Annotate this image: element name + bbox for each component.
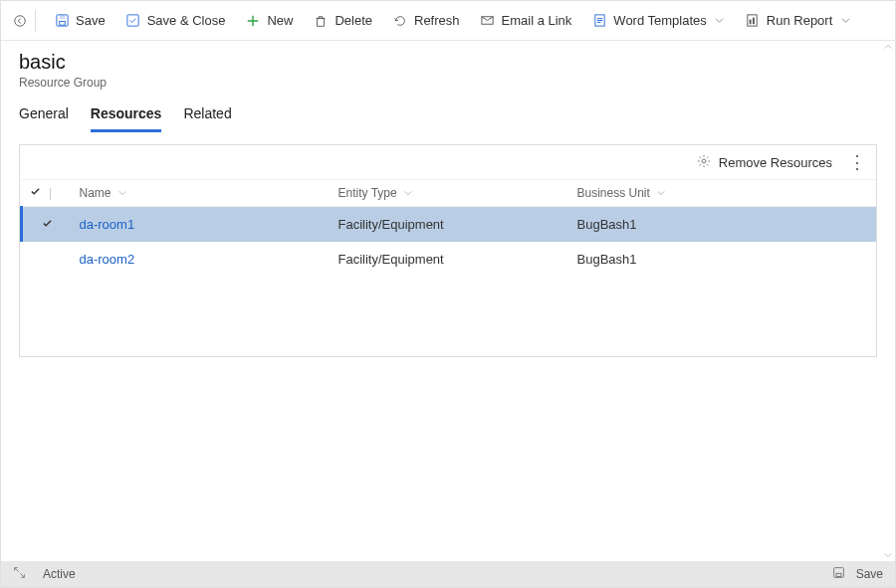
svg-rect-8 xyxy=(748,15,757,26)
column-header-name[interactable]: Name xyxy=(72,180,331,207)
grid-row[interactable]: da-room2 Facility/Equipment BugBash1 xyxy=(22,242,877,277)
refresh-icon xyxy=(392,13,408,29)
svg-rect-13 xyxy=(836,573,841,576)
cell-entity-type: Facility/Equipment xyxy=(331,242,569,277)
back-icon[interactable] xyxy=(11,14,29,28)
svg-rect-3 xyxy=(59,21,65,25)
svg-rect-2 xyxy=(59,15,65,19)
record-entity-label: Resource Group xyxy=(19,76,877,90)
cell-business-unit: BugBash1 xyxy=(569,242,877,277)
tabstrip: General Resources Related xyxy=(1,94,895,132)
word-templates-label: Word Templates xyxy=(613,13,706,28)
chevron-down-icon xyxy=(715,16,725,26)
vertical-scrollbar[interactable] xyxy=(883,41,893,561)
footer-save-label: Save xyxy=(856,567,883,581)
record-title: basic xyxy=(19,51,877,74)
plus-icon xyxy=(245,13,261,29)
column-header-entity-type[interactable]: Entity Type xyxy=(331,180,569,207)
new-button[interactable]: New xyxy=(237,9,301,33)
record-header: basic Resource Group xyxy=(1,41,895,94)
report-icon xyxy=(745,13,761,29)
email-link-button[interactable]: Email a Link xyxy=(472,9,580,33)
remove-resources-label: Remove Resources xyxy=(719,155,832,170)
svg-point-0 xyxy=(15,15,26,26)
expand-icon[interactable] xyxy=(13,566,29,582)
refresh-label: Refresh xyxy=(414,13,460,28)
save-button[interactable]: Save xyxy=(46,9,113,33)
delete-button[interactable]: Delete xyxy=(305,9,380,33)
gear-icon xyxy=(697,154,711,171)
chevron-down-icon xyxy=(840,16,850,26)
email-label: Email a Link xyxy=(502,13,572,28)
svg-rect-10 xyxy=(753,18,755,25)
save-icon xyxy=(54,13,70,29)
run-report-label: Run Report xyxy=(767,13,832,28)
more-commands-button[interactable]: ⋮ xyxy=(848,153,866,171)
save-close-label: Save & Close xyxy=(147,13,226,28)
cell-name[interactable]: da-room2 xyxy=(72,242,331,277)
svg-rect-9 xyxy=(750,20,752,25)
footer-save-button[interactable]: Save xyxy=(832,566,883,582)
refresh-button[interactable]: Refresh xyxy=(384,9,468,33)
column-header-business-unit[interactable]: Business Unit xyxy=(569,180,877,207)
select-all-header[interactable] xyxy=(22,180,72,207)
new-label: New xyxy=(267,13,293,28)
save-and-close-button[interactable]: Save & Close xyxy=(117,9,234,33)
chevron-down-icon xyxy=(404,189,414,199)
svg-rect-5 xyxy=(318,18,325,26)
cell-name[interactable]: da-room1 xyxy=(72,207,331,243)
check-icon xyxy=(30,186,44,200)
save-close-icon xyxy=(125,13,141,29)
save-icon xyxy=(832,566,848,582)
command-bar: Save Save & Close New Delete Refresh xyxy=(1,1,895,41)
cell-business-unit: BugBash1 xyxy=(569,207,877,243)
word-templates-button[interactable]: Word Templates xyxy=(583,9,732,33)
chevron-down-icon xyxy=(657,189,667,199)
scroll-down-icon[interactable] xyxy=(883,549,893,561)
delete-label: Delete xyxy=(335,13,372,28)
content-area: basic Resource Group General Resources R… xyxy=(1,41,895,561)
svg-rect-12 xyxy=(833,568,843,578)
resources-subgrid: Remove Resources ⋮ xyxy=(19,144,877,357)
trash-icon xyxy=(313,13,329,29)
scroll-up-icon[interactable] xyxy=(883,41,893,53)
toolbar-separator xyxy=(35,10,36,32)
check-icon xyxy=(42,217,53,232)
word-icon xyxy=(591,13,607,29)
email-icon xyxy=(480,13,496,29)
svg-rect-4 xyxy=(127,15,138,26)
remove-resources-button[interactable]: Remove Resources xyxy=(697,154,832,171)
chevron-down-icon xyxy=(118,189,128,199)
grid-header-row: Name Entity Type Business Unit xyxy=(22,180,877,207)
status-text: Active xyxy=(43,567,76,581)
resources-grid: Name Entity Type Business Unit xyxy=(20,179,876,277)
cell-entity-type: Facility/Equipment xyxy=(331,207,569,243)
svg-point-11 xyxy=(702,159,706,163)
grid-row[interactable]: da-room1 Facility/Equipment BugBash1 xyxy=(22,207,877,243)
run-report-button[interactable]: Run Report xyxy=(737,9,858,33)
tab-general[interactable]: General xyxy=(19,101,69,132)
tab-resources[interactable]: Resources xyxy=(91,101,162,132)
status-bar: Active Save xyxy=(1,561,895,587)
save-label: Save xyxy=(76,13,106,28)
tab-related[interactable]: Related xyxy=(183,101,231,132)
